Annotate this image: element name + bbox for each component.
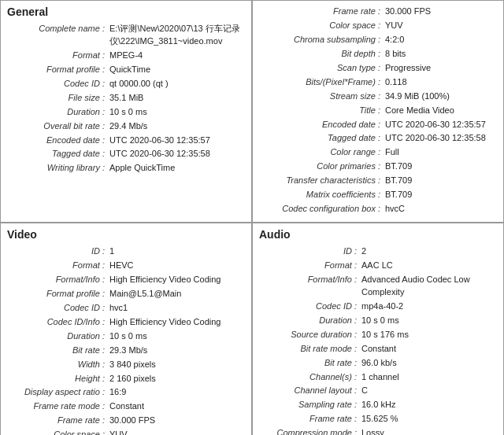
field-value: hvc1: [109, 302, 245, 315]
field-label: Format :: [7, 260, 109, 272]
field-label: ID :: [259, 245, 361, 258]
field-value: High Efficiency Video Coding: [109, 274, 245, 286]
field-value: 16:9: [109, 386, 245, 399]
field-value: hvcC: [385, 203, 497, 216]
field-value: 2: [361, 245, 497, 258]
field-label: Display aspect ratio :: [7, 386, 109, 399]
table-row: Duration :10 s 0 ms: [259, 315, 497, 327]
table-row: Writing library :Apple QuickTime: [7, 162, 245, 175]
field-label: Bit rate :: [259, 357, 361, 370]
table-row: Overall bit rate :29.4 Mb/s: [7, 120, 245, 133]
field-label: Bit rate :: [7, 345, 109, 357]
table-row: Format profile :QuickTime: [7, 64, 245, 76]
field-value: 30.000 FPS: [109, 415, 245, 427]
table-row: Frame rate :30.000 FPS: [259, 6, 497, 18]
table-row: Format/Info :Advanced Audio Codec Low Co…: [259, 274, 497, 299]
field-value: 4:2:0: [385, 34, 497, 46]
table-row: Codec ID :hvc1: [7, 302, 245, 315]
table-row: Bit rate :29.3 Mb/s: [7, 345, 245, 357]
table-row: Color range :Full: [259, 146, 497, 159]
field-label: Transfer characteristics :: [259, 175, 385, 187]
video-right-panel: Frame rate :30.000 FPSColor space :YUVCh…: [252, 0, 504, 223]
table-row: Complete name :E:\评测\New\2020\07\13 行车记录…: [7, 23, 245, 48]
field-value: Core Media Video: [385, 105, 497, 117]
field-label: Encoded date :: [7, 135, 109, 147]
audio-fields: ID :2Format :AAC LCFormat/Info :Advanced…: [259, 245, 497, 435]
table-row: Format profile :Main@L5.1@Main: [7, 288, 245, 300]
field-label: Frame rate mode :: [7, 400, 109, 413]
field-value: AAC LC: [361, 260, 497, 272]
table-row: ID :1: [7, 245, 245, 258]
audio-panel: Audio ID :2Format :AAC LCFormat/Info :Ad…: [252, 223, 504, 435]
table-row: Codec ID :mp4a-40-2: [259, 300, 497, 313]
field-value: Constant: [361, 343, 497, 356]
field-label: Tagged date :: [259, 132, 385, 145]
field-value: 10 s 0 ms: [109, 330, 245, 343]
field-value: YUV: [385, 20, 497, 32]
table-row: Format :HEVC: [7, 260, 245, 272]
field-value: 29.4 Mb/s: [109, 120, 245, 133]
field-label: Codec ID :: [7, 302, 109, 315]
table-row: Tagged date :UTC 2020-06-30 12:35:58: [259, 132, 497, 145]
field-label: Sampling rate :: [259, 399, 361, 411]
field-label: Duration :: [7, 106, 109, 119]
table-row: Frame rate :15.625 %: [259, 413, 497, 426]
field-value: 1: [109, 245, 245, 258]
field-label: Encoded date :: [259, 119, 385, 131]
field-label: Frame rate :: [7, 415, 109, 427]
field-label: Bits/(Pixel*Frame) :: [259, 76, 385, 89]
table-row: Codec configuration box :hvcC: [259, 203, 497, 216]
field-label: Writing library :: [7, 162, 109, 175]
field-value: C: [361, 385, 497, 397]
video-title: Video: [7, 228, 245, 241]
table-row: Channel(s) :1 channel: [259, 371, 497, 384]
table-row: Codec ID/Info :High Efficiency Video Cod…: [7, 316, 245, 329]
field-label: Scan type :: [259, 62, 385, 75]
field-value: Lossy: [361, 427, 497, 435]
table-row: Matrix coefficients :BT.709: [259, 189, 497, 201]
table-row: Format :MPEG-4: [7, 50, 245, 62]
table-row: Tagged date :UTC 2020-06-30 12:35:58: [7, 148, 245, 160]
field-label: Source duration :: [259, 329, 361, 341]
field-value: YUV: [109, 429, 245, 435]
field-value: Constant: [109, 400, 245, 413]
table-row: Bit rate :96.0 kb/s: [259, 357, 497, 370]
main-container: General Complete name :E:\评测\New\2020\07…: [0, 0, 504, 435]
table-row: Encoded date :UTC 2020-06-30 12:35:57: [259, 119, 497, 131]
field-label: Height :: [7, 373, 109, 385]
field-label: Width :: [7, 359, 109, 371]
field-value: MPEG-4: [109, 50, 245, 62]
field-value: High Efficiency Video Coding: [109, 316, 245, 329]
table-row: Scan type :Progressive: [259, 62, 497, 75]
video-right-fields: Frame rate :30.000 FPSColor space :YUVCh…: [259, 6, 497, 216]
table-row: Title :Core Media Video: [259, 105, 497, 117]
field-value: 3 840 pixels: [109, 359, 245, 371]
field-label: Complete name :: [7, 23, 109, 48]
field-label: Channel(s) :: [259, 371, 361, 384]
field-label: Stream size :: [259, 90, 385, 103]
field-value: HEVC: [109, 260, 245, 272]
table-row: Display aspect ratio :16:9: [7, 386, 245, 399]
field-value: Apple QuickTime: [109, 162, 245, 175]
table-row: Color primaries :BT.709: [259, 160, 497, 173]
table-row: Bits/(Pixel*Frame) :0.118: [259, 76, 497, 89]
field-label: Color space :: [259, 20, 385, 32]
field-value: UTC 2020-06-30 12:35:58: [385, 132, 497, 145]
table-row: Stream size :34.9 MiB (100%): [259, 90, 497, 103]
general-title: General: [7, 6, 245, 18]
field-value: qt 0000.00 (qt ): [109, 78, 245, 90]
table-row: Duration :10 s 0 ms: [7, 330, 245, 343]
field-value: 35.1 MiB: [109, 92, 245, 105]
table-row: Width :3 840 pixels: [7, 359, 245, 371]
table-row: Source duration :10 s 176 ms: [259, 329, 497, 341]
field-value: BT.709: [385, 175, 497, 187]
field-label: Frame rate :: [259, 413, 361, 426]
audio-title: Audio: [259, 228, 497, 241]
table-row: Channel layout :C: [259, 385, 497, 397]
table-row: Transfer characteristics :BT.709: [259, 175, 497, 187]
field-label: Codec configuration box :: [259, 203, 385, 216]
field-value: 34.9 MiB (100%): [385, 90, 497, 103]
field-value: E:\评测\New\2020\07\13 行车记录仪\222\IMG_3811~…: [109, 23, 245, 48]
field-value: 1 channel: [361, 371, 497, 384]
table-row: Format :AAC LC: [259, 260, 497, 272]
